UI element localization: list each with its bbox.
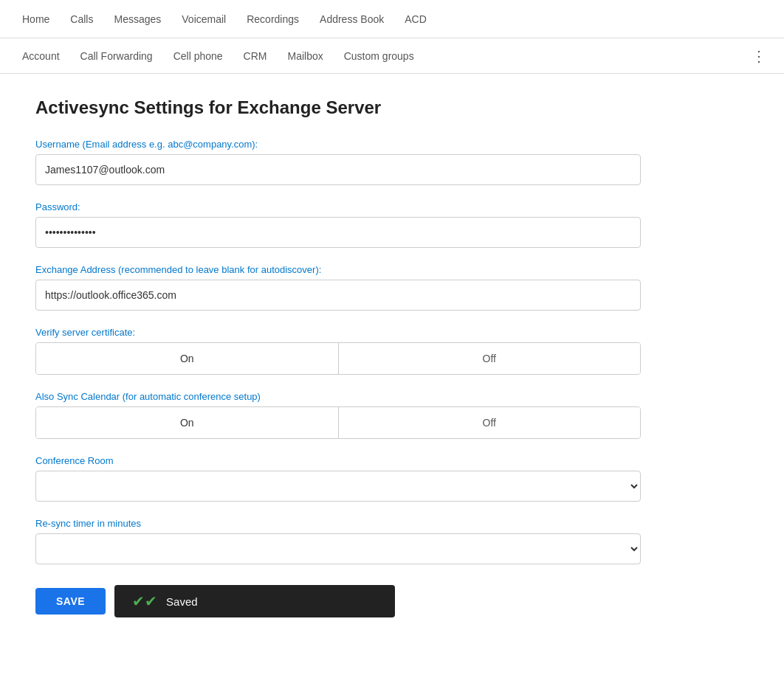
nav-voicemail[interactable]: Voicemail: [171, 0, 236, 38]
subnav-callforwarding[interactable]: Call Forwarding: [70, 38, 163, 74]
subnav-customgroups[interactable]: Custom groups: [334, 38, 424, 74]
verify-certificate-label: Verify server certificate:: [35, 327, 749, 338]
nav-calls[interactable]: Calls: [60, 0, 103, 38]
username-label: Username (Email address e.g. abc@company…: [35, 139, 749, 150]
sync-on-button[interactable]: On: [36, 407, 338, 438]
more-options-button[interactable]: ⋮: [746, 44, 772, 68]
main-content: Activesync Settings for Exchange Server …: [0, 74, 784, 675]
conference-room-select[interactable]: [35, 471, 641, 502]
subnav-mailbox[interactable]: Mailbox: [277, 38, 333, 74]
password-input[interactable]: [35, 217, 641, 248]
sync-calendar-toggle: On Off: [35, 406, 641, 439]
verify-certificate-group: Verify server certificate: On Off: [35, 327, 749, 375]
save-button[interactable]: SAVE: [35, 588, 106, 615]
nav-addressbook[interactable]: Address Book: [309, 0, 394, 38]
subnav-account[interactable]: Account: [12, 38, 70, 74]
sync-calendar-group: Also Sync Calendar (for automatic confer…: [35, 391, 749, 439]
username-group: Username (Email address e.g. abc@company…: [35, 139, 749, 185]
page-title: Activesync Settings for Exchange Server: [35, 97, 749, 118]
conference-room-group: Conference Room: [35, 455, 749, 502]
subnav-crm[interactable]: CRM: [233, 38, 278, 74]
saved-toast: ✔✔ Saved: [114, 585, 395, 617]
nav-messages[interactable]: Messages: [103, 0, 171, 38]
nav-recordings[interactable]: Recordings: [236, 0, 309, 38]
exchange-address-input[interactable]: [35, 280, 641, 311]
resync-timer-label: Re-sync timer in minutes: [35, 518, 749, 529]
exchange-address-group: Exchange Address (recommended to leave b…: [35, 264, 749, 311]
exchange-address-label: Exchange Address (recommended to leave b…: [35, 264, 749, 275]
sub-nav: Account Call Forwarding Cell phone CRM M…: [0, 38, 784, 74]
conference-room-label: Conference Room: [35, 455, 749, 466]
nav-home[interactable]: Home: [12, 0, 60, 38]
resync-timer-group: Re-sync timer in minutes: [35, 518, 749, 564]
top-nav: Home Calls Messages Voicemail Recordings…: [0, 0, 784, 38]
username-input[interactable]: [35, 154, 641, 185]
saved-message: Saved: [166, 595, 198, 608]
subnav-cellphone[interactable]: Cell phone: [163, 38, 233, 74]
verify-certificate-toggle: On Off: [35, 342, 641, 375]
password-label: Password:: [35, 201, 749, 212]
resync-timer-select[interactable]: [35, 533, 641, 564]
verify-off-button[interactable]: Off: [338, 343, 641, 374]
nav-acd[interactable]: ACD: [394, 0, 437, 38]
saved-check-icon: ✔✔: [132, 592, 157, 610]
sync-off-button[interactable]: Off: [338, 407, 641, 438]
bottom-bar: SAVE ✔✔ Saved: [35, 585, 749, 617]
password-group: Password:: [35, 201, 749, 248]
verify-on-button[interactable]: On: [36, 343, 338, 374]
sync-calendar-label: Also Sync Calendar (for automatic confer…: [35, 391, 749, 402]
